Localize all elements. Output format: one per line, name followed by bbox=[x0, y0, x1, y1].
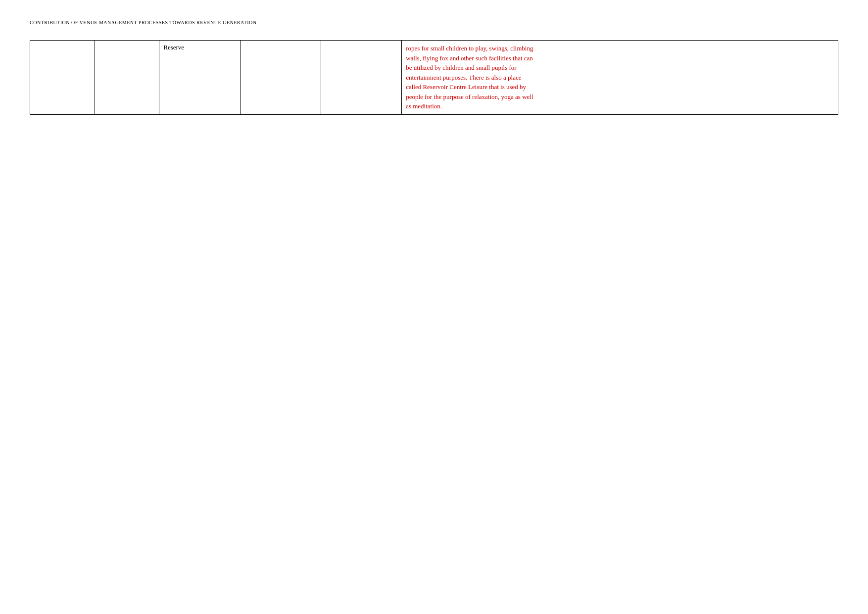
table-container: Reserve ropes for small children to play… bbox=[30, 40, 838, 115]
description-line-2: be utilized by children and small pupils… bbox=[406, 64, 516, 71]
description-text: ropes for small children to play, swings… bbox=[406, 44, 834, 111]
cell-col4 bbox=[240, 41, 321, 115]
description-line-0: ropes for small children to play, swings… bbox=[406, 45, 533, 52]
cell-col5 bbox=[321, 41, 401, 115]
cell-col2 bbox=[95, 41, 159, 115]
description-line-1: walls, flying fox and other such facilit… bbox=[406, 54, 533, 62]
table-row: Reserve ropes for small children to play… bbox=[30, 41, 838, 115]
description-line-6: as meditation. bbox=[406, 102, 442, 110]
main-table: Reserve ropes for small children to play… bbox=[30, 40, 838, 115]
cell-col1 bbox=[30, 41, 95, 115]
description-line-4: called Reservoir Centre Leisure that is … bbox=[406, 83, 526, 91]
page-header: CONTRIBUTION OF VENUE MANAGEMENT PROCESS… bbox=[30, 20, 838, 25]
description-line-5: people for the purpose of relaxation, yo… bbox=[406, 93, 533, 100]
cell-description: ropes for small children to play, swings… bbox=[402, 41, 838, 115]
description-line-3: entertainment purposes. There is also a … bbox=[406, 74, 521, 81]
cell-reserve: Reserve bbox=[159, 41, 240, 115]
